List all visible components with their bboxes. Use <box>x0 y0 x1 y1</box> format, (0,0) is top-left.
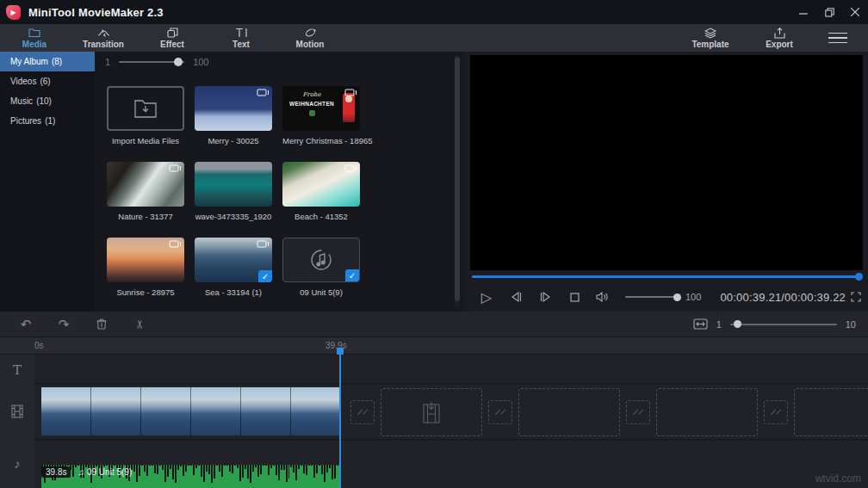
thumbnail-zoom-knob[interactable] <box>174 58 183 66</box>
video-badge-icon <box>257 89 270 96</box>
media-thumbnail[interactable]: ✓ <box>282 238 360 282</box>
template-button[interactable]: Template <box>676 27 745 49</box>
media-item-label: Sea - 33194 (1) <box>195 287 272 297</box>
clip-drop-slot[interactable] <box>794 388 868 436</box>
previous-frame-button[interactable] <box>501 287 530 306</box>
sidebar-item-pictures[interactable]: Pictures(1) <box>0 111 95 131</box>
transition-slot[interactable] <box>764 400 788 424</box>
stop-icon <box>570 293 580 302</box>
clip-frame-thumbnail <box>241 387 291 435</box>
video-frame <box>470 55 863 270</box>
media-thumbnail[interactable] <box>282 162 360 207</box>
media-scrollbar[interactable] <box>455 55 460 306</box>
audio-track[interactable]: 39.8s ♫09 Unit 5(9) <box>34 441 868 488</box>
video-clip[interactable] <box>41 387 340 435</box>
clip-drop-slot[interactable] <box>656 388 758 436</box>
media-thumbnail[interactable] <box>107 162 184 207</box>
audio-duration-chip: 39.8s <box>41 466 71 478</box>
transition-icon <box>97 27 110 39</box>
sidebar-item-my-album[interactable]: My Album(8) <box>0 52 95 71</box>
media-item-label: 09 Unit 5(9) <box>282 287 360 297</box>
tab-motion[interactable]: Motion <box>276 24 344 52</box>
restore-button[interactable] <box>816 0 842 24</box>
transition-slot[interactable] <box>626 400 650 424</box>
media-library-panel: My Album(8) Videos(6) Music(10) Pictures… <box>0 52 465 312</box>
video-track[interactable] <box>34 385 868 439</box>
selected-check-icon: ✓ <box>258 270 272 282</box>
clip-drop-slot[interactable] <box>381 388 482 436</box>
fullscreen-button[interactable] <box>851 292 861 302</box>
close-button[interactable] <box>842 0 868 24</box>
media-item-import[interactable]: Import Media Files <box>107 86 184 145</box>
next-frame-button[interactable] <box>530 287 560 306</box>
text-icon <box>235 27 248 39</box>
volume-value: 100 <box>685 292 701 302</box>
volume-button[interactable] <box>589 287 615 306</box>
tab-transition[interactable]: Transition <box>69 24 138 52</box>
selected-check-icon: ✓ <box>345 269 359 281</box>
play-button[interactable]: ▷ <box>472 287 501 306</box>
volume-knob[interactable] <box>673 293 681 301</box>
zoom-max-label: 100 <box>193 57 208 67</box>
tab-media[interactable]: Media <box>0 24 69 52</box>
main-toolbar: Media Transition Effect Text Motion <box>0 24 868 52</box>
app-window: ▶ MiniTool MovieMaker 2.3 Media <box>0 0 868 488</box>
preview-panel: ▷ 100 00:00:39.21/00:00:39.22 <box>465 52 868 312</box>
minimize-button[interactable] <box>790 0 816 24</box>
zoom-fit-icon <box>693 318 708 330</box>
timeline-zoom-max: 10 <box>846 319 856 330</box>
tab-text[interactable]: Text <box>207 24 276 52</box>
volume-slider[interactable] <box>625 296 679 298</box>
timeline-zoom-knob[interactable] <box>734 320 741 328</box>
timeline-zoom-min: 1 <box>716 319 722 330</box>
delete-button[interactable] <box>83 318 121 330</box>
media-item-nature[interactable]: Nature - 31377 <box>107 162 184 221</box>
zoom-fit-button[interactable] <box>693 318 708 330</box>
split-button[interactable]: ✂ <box>121 318 158 330</box>
app-logo-icon: ▶ <box>6 5 21 20</box>
export-icon <box>774 27 785 39</box>
video-track-icon <box>0 403 34 420</box>
clip-frame-thumbnail <box>141 387 191 435</box>
transition-slot[interactable] <box>350 400 375 424</box>
media-thumbnail[interactable] <box>195 162 272 207</box>
seek-knob[interactable] <box>855 273 863 281</box>
timeline-toolbar: ↶ ↷ ✂ 1 10 <box>0 312 868 337</box>
audio-clip[interactable]: 39.8s ♫09 Unit 5(9) <box>41 465 340 488</box>
media-item-label: Beach - 41352 <box>282 212 360 221</box>
ruler-start-label: 0s <box>34 341 44 350</box>
clip-drop-slot[interactable] <box>518 388 620 436</box>
media-item-beach[interactable]: Beach - 41352 <box>282 162 360 221</box>
media-item-santa[interactable]: FroheWEIHNACHTENMerry Christmas - 18965 <box>282 86 360 145</box>
thumbnail-zoom-slider[interactable] <box>119 61 184 63</box>
media-item-merry[interactable]: Merry - 30025 <box>195 86 272 145</box>
sidebar-item-music[interactable]: Music(10) <box>0 91 95 111</box>
timeline-tracks: T ♪ 39.8s ♫09 Unit 5(9) <box>0 355 868 488</box>
clip-frame-thumbnail <box>291 387 340 435</box>
media-scrollbar-thumb[interactable] <box>455 57 460 301</box>
redo-button[interactable]: ↷ <box>45 317 83 332</box>
media-item-sunrise[interactable]: Sunrise - 28975 <box>107 238 184 297</box>
export-button[interactable]: Export <box>745 27 814 49</box>
media-item-sea[interactable]: ✓Sea - 33194 (1) <box>195 238 272 297</box>
tab-effect[interactable]: Effect <box>138 24 207 52</box>
media-thumbnail[interactable]: ✓ <box>195 238 272 282</box>
text-track[interactable] <box>34 355 868 383</box>
media-item-label: Nature - 31377 <box>107 212 184 221</box>
import-media-icon[interactable] <box>107 86 184 131</box>
undo-button[interactable]: ↶ <box>7 317 45 332</box>
layers-icon <box>704 27 716 39</box>
media-item-wave[interactable]: wave-3473335_1920 <box>195 162 272 221</box>
media-item-music[interactable]: ✓09 Unit 5(9) <box>282 238 360 297</box>
timeline-zoom-slider[interactable] <box>730 324 837 325</box>
media-thumbnail[interactable] <box>107 238 184 282</box>
sidebar-item-videos[interactable]: Videos(6) <box>0 71 95 91</box>
stop-button[interactable] <box>560 287 589 306</box>
media-thumbnail[interactable] <box>195 86 272 131</box>
transition-slot[interactable] <box>488 400 512 424</box>
next-frame-icon <box>539 292 552 302</box>
seek-bar[interactable] <box>472 275 861 278</box>
menu-button[interactable] <box>814 33 861 44</box>
timeline-ruler[interactable]: 0s 39.9s <box>0 337 868 355</box>
media-thumbnail[interactable]: FroheWEIHNACHTEN <box>282 86 360 131</box>
